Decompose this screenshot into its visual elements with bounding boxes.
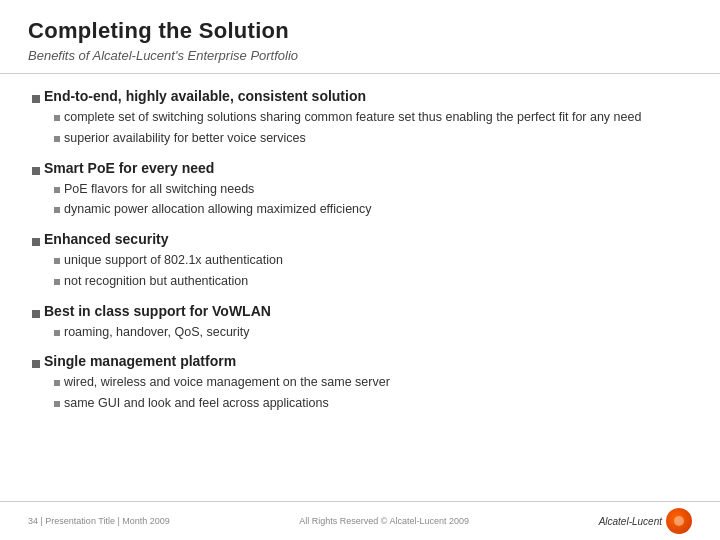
outer-bullet-square-4	[32, 310, 40, 318]
outer-bullet-5	[28, 355, 44, 368]
inner-bullet-square	[54, 330, 60, 336]
section-1: End-to-end, highly available, consistent…	[28, 88, 692, 150]
section-heading-4: Best in class support for VoWLAN	[44, 303, 692, 319]
section-heading-3: Enhanced security	[44, 231, 692, 247]
sub-item-3-2: not recognition but authentication	[50, 272, 692, 291]
section-3: Enhanced securityunique support of 802.1…	[28, 231, 692, 293]
outer-bullet-2	[28, 162, 44, 175]
inner-bullet-square	[54, 258, 60, 264]
sub-item-1-2: superior availability for better voice s…	[50, 129, 692, 148]
sub-item-text-2-2: dynamic power allocation allowing maximi…	[64, 200, 372, 219]
outer-bullet-square-5	[32, 360, 40, 368]
section-heading-5: Single management platform	[44, 353, 692, 369]
sub-items-4: roaming, handover, QoS, security	[50, 323, 692, 342]
sub-item-5-1: wired, wireless and voice management on …	[50, 373, 692, 392]
logo-inner-circle	[674, 516, 684, 526]
inner-bullet-square	[54, 207, 60, 213]
sub-item-2-1: PoE flavors for all switching needs	[50, 180, 692, 199]
section-5: Single management platformwired, wireles…	[28, 353, 692, 415]
company-logo: Alcatel-Lucent	[599, 508, 692, 534]
sub-item-text-1-1: complete set of switching solutions shar…	[64, 108, 641, 127]
logo-circle-icon	[666, 508, 692, 534]
inner-bullet-5-2	[50, 397, 64, 407]
sub-item-3-1: unique support of 802.1x authentication	[50, 251, 692, 270]
slide-header: Completing the Solution Benefits of Alca…	[0, 0, 720, 74]
outer-bullet-1	[28, 90, 44, 103]
inner-bullet-square	[54, 380, 60, 386]
inner-bullet-1-2	[50, 132, 64, 142]
section-body-5: Single management platformwired, wireles…	[44, 353, 692, 415]
outer-bullet-square-2	[32, 167, 40, 175]
inner-bullet-1-1	[50, 111, 64, 121]
outer-bullet-square-1	[32, 95, 40, 103]
slide-content: End-to-end, highly available, consistent…	[0, 74, 720, 501]
inner-bullet-square	[54, 115, 60, 121]
section-body-4: Best in class support for VoWLANroaming,…	[44, 303, 692, 344]
inner-bullet-square	[54, 136, 60, 142]
inner-bullet-square	[54, 187, 60, 193]
section-body-2: Smart PoE for every needPoE flavors for …	[44, 160, 692, 222]
slide-title: Completing the Solution	[28, 18, 692, 44]
sub-item-text-5-2: same GUI and look and feel across applic…	[64, 394, 329, 413]
inner-bullet-2-1	[50, 183, 64, 193]
sub-item-text-3-2: not recognition but authentication	[64, 272, 248, 291]
slide-footer: 34 | Presentation Title | Month 2009 All…	[0, 501, 720, 540]
sub-item-4-1: roaming, handover, QoS, security	[50, 323, 692, 342]
logo-text: Alcatel-Lucent	[599, 516, 662, 527]
inner-bullet-5-1	[50, 376, 64, 386]
section-heading-2: Smart PoE for every need	[44, 160, 692, 176]
footer-right: Alcatel-Lucent	[599, 508, 692, 534]
sub-item-text-4-1: roaming, handover, QoS, security	[64, 323, 250, 342]
sub-item-2-2: dynamic power allocation allowing maximi…	[50, 200, 692, 219]
sub-items-2: PoE flavors for all switching needsdynam…	[50, 180, 692, 220]
section-body-3: Enhanced securityunique support of 802.1…	[44, 231, 692, 293]
inner-bullet-4-1	[50, 326, 64, 336]
footer-left-text: 34 | Presentation Title | Month 2009	[28, 516, 170, 526]
inner-bullet-square	[54, 279, 60, 285]
inner-bullet-3-1	[50, 254, 64, 264]
inner-bullet-square	[54, 401, 60, 407]
sub-item-text-3-1: unique support of 802.1x authentication	[64, 251, 283, 270]
sub-items-3: unique support of 802.1x authenticationn…	[50, 251, 692, 291]
footer-center-text: All Rights Reserved © Alcatel-Lucent 200…	[299, 516, 469, 526]
section-heading-1: End-to-end, highly available, consistent…	[44, 88, 692, 104]
section-2: Smart PoE for every needPoE flavors for …	[28, 160, 692, 222]
sub-item-5-2: same GUI and look and feel across applic…	[50, 394, 692, 413]
section-body-1: End-to-end, highly available, consistent…	[44, 88, 692, 150]
outer-bullet-3	[28, 233, 44, 246]
sub-item-text-5-1: wired, wireless and voice management on …	[64, 373, 390, 392]
section-4: Best in class support for VoWLANroaming,…	[28, 303, 692, 344]
sub-item-text-1-2: superior availability for better voice s…	[64, 129, 306, 148]
outer-bullet-4	[28, 305, 44, 318]
slide-subtitle: Benefits of Alcatel-Lucent's Enterprise …	[28, 48, 692, 63]
sub-item-text-2-1: PoE flavors for all switching needs	[64, 180, 254, 199]
inner-bullet-3-2	[50, 275, 64, 285]
sub-items-5: wired, wireless and voice management on …	[50, 373, 692, 413]
sub-items-1: complete set of switching solutions shar…	[50, 108, 692, 148]
slide: Completing the Solution Benefits of Alca…	[0, 0, 720, 540]
outer-bullet-square-3	[32, 238, 40, 246]
inner-bullet-2-2	[50, 203, 64, 213]
sub-item-1-1: complete set of switching solutions shar…	[50, 108, 692, 127]
